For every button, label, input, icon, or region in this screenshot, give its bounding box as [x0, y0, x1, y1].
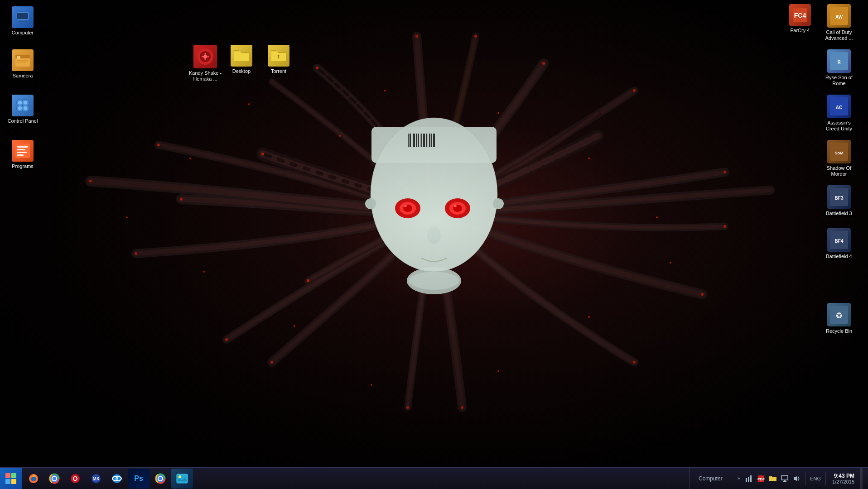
control-panel-icon-image	[12, 95, 34, 116]
svg-point-130	[178, 475, 181, 478]
start-square-red	[5, 473, 10, 478]
torrent-icon-image: T	[268, 45, 289, 67]
svg-rect-129	[177, 474, 188, 483]
start-square-green	[11, 473, 16, 478]
svg-point-81	[18, 106, 22, 110]
notify-expand-button[interactable]: »	[736, 475, 742, 482]
bf4-icon-image: BF4	[827, 228, 851, 252]
show-desktop-button[interactable]	[860, 468, 863, 489]
cod-icon-label: Call of Duty Advanced ...	[821, 29, 857, 41]
cod-icon-image: AW	[827, 4, 851, 28]
monitor-icon	[781, 475, 789, 483]
computer-icon-image	[12, 6, 34, 28]
programs-icon-image	[12, 140, 34, 162]
desktop-icon-bf4[interactable]: BF4 Battlefield 4	[819, 226, 859, 261]
taskbar: O MX e Ps	[0, 467, 868, 489]
torrent-icon-label: Torrent	[271, 68, 286, 74]
svg-rect-68	[20, 20, 25, 21]
desktop-icon-bf3[interactable]: BF3 Battlefield 3	[819, 183, 859, 218]
svg-text:SoM: SoM	[835, 151, 844, 155]
taskbar-opera[interactable]: O	[65, 469, 85, 489]
svg-text:T: T	[277, 54, 280, 59]
start-square-yellow	[11, 479, 16, 484]
svg-text:O: O	[73, 475, 78, 482]
recycle-icon-image: ♻	[827, 303, 851, 326]
farcry-icon-image: FC4	[789, 4, 811, 26]
desktop-icon-desktop-folder[interactable]: Desktop	[223, 43, 260, 76]
start-icon	[5, 473, 16, 484]
bf4-icon-label: Battlefield 4	[826, 254, 852, 259]
desktop-icon-farcry4[interactable]: FC4 FarCry 4	[782, 2, 818, 35]
volume-icon[interactable]	[792, 475, 800, 483]
desktop-icon-torrent[interactable]: T Torrent	[260, 43, 297, 76]
desktop-icon-shadow[interactable]: SoM Shadow Of Mordor	[819, 138, 859, 179]
taskbar-chrome-second[interactable]	[150, 469, 170, 489]
svg-text:MX: MX	[93, 476, 100, 481]
bf3-icon-image: BF3	[827, 185, 851, 209]
sameera-icon-image	[12, 49, 34, 71]
taskbar-separator-2	[805, 472, 805, 485]
desktop-icon-sameera[interactable]: Sameera	[5, 48, 41, 81]
taskbar-right-area: Computer » PDF ENG	[689, 468, 868, 489]
svg-point-80	[24, 101, 27, 105]
svg-point-128	[159, 477, 162, 480]
svg-text:e: e	[116, 475, 119, 482]
kandy-icon-label: Kandy Shake - Hemaka ...	[187, 70, 223, 82]
svg-rect-72	[17, 56, 20, 59]
desktop-icon-cod[interactable]: AW Call of Duty Advanced ...	[819, 2, 859, 43]
svg-point-115	[53, 477, 56, 480]
svg-rect-84	[17, 146, 28, 148]
svg-rect-85	[17, 149, 25, 150]
start-button[interactable]	[0, 468, 22, 489]
programs-icon-label: Programs	[12, 163, 34, 169]
desktop-icon-recycle[interactable]: ♻ Recycle Bin	[819, 301, 859, 336]
computer-icon-label: Computer	[12, 30, 34, 36]
control-panel-icon-label: Control Panel	[8, 118, 38, 124]
clock-time: 9:43 PM	[834, 473, 854, 479]
desktop-icon-programs[interactable]: Programs	[5, 138, 41, 171]
svg-rect-134	[750, 475, 752, 482]
ryse-icon-image: R	[827, 49, 851, 73]
svg-rect-133	[748, 477, 749, 482]
pdf-icon: PDF	[757, 475, 765, 483]
svg-text:AW: AW	[835, 14, 843, 19]
taskbar-maxthon[interactable]: MX	[86, 469, 106, 489]
assassin-icon-image: AC	[827, 95, 851, 118]
ps-label: Ps	[134, 475, 143, 483]
taskbar-photoshop[interactable]: Ps	[128, 469, 149, 489]
language-label[interactable]: ENG	[810, 476, 821, 481]
taskbar-chrome-first[interactable]	[44, 469, 64, 489]
sameera-icon-label: Sameera	[13, 73, 33, 79]
svg-rect-86	[17, 152, 27, 153]
desktop-icon-assassin[interactable]: AC Assassin's Creed Unity	[819, 93, 859, 134]
farcry-icon-label: FarCry 4	[791, 28, 810, 34]
desktop-icon-kandy[interactable]: Kandy Shake - Hemaka ...	[185, 43, 226, 84]
svg-rect-67	[17, 13, 28, 19]
taskbar-ie[interactable]: e	[107, 469, 127, 489]
svg-rect-139	[783, 481, 786, 482]
desktop-icon-ryse[interactable]: R Ryse Son of Rome	[819, 48, 859, 88]
svg-text:♻: ♻	[835, 311, 843, 320]
ryse-icon-label: Ryse Son of Rome	[821, 75, 857, 86]
desktop-icon-control-panel[interactable]: Control Panel	[5, 93, 41, 126]
svg-point-90	[203, 55, 207, 58]
recycle-icon-label: Recycle Bin	[826, 328, 852, 334]
svg-rect-74	[17, 62, 26, 62]
svg-text:BF4: BF4	[835, 239, 844, 244]
svg-rect-137	[781, 475, 788, 480]
svg-point-79	[18, 101, 22, 105]
svg-point-82	[24, 106, 27, 110]
svg-rect-83	[15, 144, 30, 158]
desktop-icon-computer[interactable]: Computer	[5, 5, 41, 38]
taskbar-photo-viewer[interactable]	[171, 469, 193, 489]
desktop-area: Computer Sameera	[0, 0, 868, 467]
svg-rect-69	[19, 21, 27, 22]
taskbar-separator-1	[731, 472, 731, 485]
taskbar-separator-3	[825, 472, 826, 485]
clock-date: 1/27/2015	[832, 479, 854, 484]
system-clock[interactable]: 9:43 PM 1/27/2015	[830, 473, 856, 484]
svg-text:FC4: FC4	[794, 12, 806, 19]
taskbar-firefox[interactable]	[24, 469, 43, 489]
taskbar-computer-label: Computer	[695, 475, 726, 482]
kandy-icon-image	[193, 45, 217, 68]
